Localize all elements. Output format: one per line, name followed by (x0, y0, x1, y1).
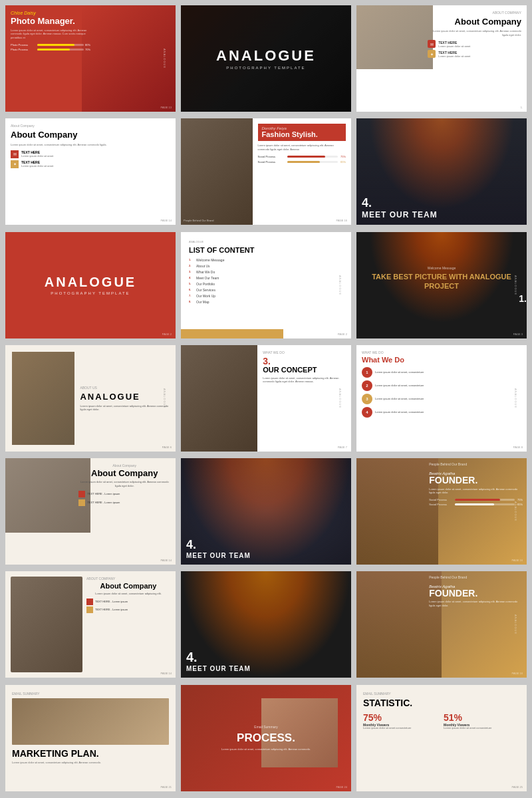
item-number-2: 2 (362, 380, 372, 391)
slide-title: LIST OF CONTENT (189, 246, 343, 254)
feature1-text: Lorem ipsum dolor sit amet (21, 154, 53, 158)
slide-image (12, 698, 169, 745)
page-number: PAGE 16 (512, 559, 523, 562)
page-number: PAGE 3 (513, 332, 523, 336)
slide-title: What We Do (362, 356, 521, 364)
brand-label: ANALOGUE (189, 240, 343, 243)
person-title: Fashion Stylish. (262, 130, 342, 138)
slide-title: PROCESS. (221, 732, 311, 745)
list-item: Welcome Message (196, 258, 224, 262)
slide-title: MEET OUR TEAM (186, 665, 251, 672)
slide-analogue-red: ANALOGUE PHOTOGRAPHY TEMPLATE PAGE 2 (5, 232, 176, 338)
item-text-3: Lorem ipsum dolor sit amet, consectetuer (375, 397, 424, 400)
stat1-percent: 75% (363, 712, 440, 723)
list-item: Our Services (196, 288, 215, 292)
slide-marketing-plan: Email Summary MARKETING PLAN. Lorem ipsu… (5, 685, 176, 791)
feature2-text: Lorem ipsum dolor sit amet (21, 164, 53, 168)
feature2-text: TEXT HERE - Lorem ipsum (87, 501, 120, 504)
item-number-3: 3 (362, 394, 372, 404)
vertical-brand: ANALOGUE (338, 275, 341, 295)
slide-number: 3. (263, 356, 346, 366)
slide-number: 4. (186, 538, 251, 552)
page-number: PAGE 13 (161, 106, 172, 109)
feature1-text: TEXT HERE - Lorem ipsum (87, 492, 120, 495)
feature2-text: Lorem ipsum dolor sit amet (438, 55, 470, 58)
slide-desc: Lorem ipsum dolor sit amet, consectetuer… (429, 600, 523, 606)
page-number: PAGE 7 (338, 446, 347, 449)
slide-title: Photo Manager. (11, 17, 90, 26)
brand-title: ANALOGUE (216, 47, 316, 65)
slide-what-we-do: What We Do What We Do 1 Lorem ipsum dolo… (356, 345, 527, 452)
slide-meet-team-2: 4. MEET OUR TEAM (181, 458, 351, 565)
slide-desc: Lorem ipsum dolor sit amet, consectetuer… (221, 747, 311, 751)
page-number: PAGE 6 (162, 446, 172, 449)
slide-title: MARKETING PLAN. (12, 749, 169, 759)
slide-process: Email Summary PROCESS. Lorem ipsum dolor… (181, 685, 351, 791)
slide-meet-team-3: 4. MEET OUR TEAM (181, 571, 351, 678)
vertical-brand: ANALOGUE (513, 614, 517, 634)
slide-header: Welcome Message (356, 266, 527, 270)
slide-desc: Lorem ipsum dolor sit amet, consectetuer… (263, 376, 346, 383)
vertical-brand: ANALOGUE (338, 388, 341, 408)
slide-fashion-stylish: People Behind Our Brand Dorothy Feiya Fa… (181, 118, 351, 225)
page-number: PAGE 16 (336, 219, 347, 222)
list-item: Our Portfolio (196, 282, 215, 286)
slide-header: People Behind Our Brand (429, 462, 523, 466)
feature1: TEXT HERE - Lorem ipsum (95, 600, 128, 603)
page-number: PAGE 16 (512, 672, 523, 675)
slide-founder-beatrix: People Behind Our Brand Beatrix Agatha F… (356, 458, 527, 565)
vertical-brand: ANALOGUE (162, 388, 166, 408)
item-text-2: Lorem ipsum dolor sit amet, consectetuer (375, 384, 424, 387)
stat2-desc: Lorem ipsum dolor sit amet consectetuer (444, 727, 520, 730)
item-text-1: Lorem ipsum dolor sit amet, consectetuer (375, 370, 424, 374)
slide-about-company-3: About Company About Company Lorem ipsum … (5, 458, 176, 565)
stat2-percent: 51% (444, 712, 520, 723)
slide-header: What We Do (362, 350, 521, 354)
slide-list-content: ANALOGUE LIST OF CONTENT 1.Welcome Messa… (181, 232, 351, 338)
slide-header: About Company (78, 464, 170, 467)
page-number: PAGE 8 (513, 446, 523, 449)
list-item: About Us (196, 264, 210, 268)
slide-analogue-hero: ANALOGUE PHOTOGRAPHY TEMPLATE (181, 5, 351, 112)
slide-title: About Company (78, 469, 170, 478)
brand-title: ANALOGUE (45, 275, 136, 290)
slide-desc: Lorem ipsum dolor sit amet, consectetuer… (258, 144, 346, 150)
page-number: PAGE 2 (162, 332, 172, 336)
item-number-4: 4 (362, 407, 372, 418)
slide-welcome-message: Welcome Message TAKE BEST PICTURE WITH A… (356, 232, 527, 338)
feature1-text: Lorem ipsum dolor sit amet (438, 45, 470, 48)
slide-header: What We Do (263, 350, 346, 354)
slide-about-company-4: About Company About Company Lorem ipsum … (5, 571, 176, 678)
page-number: PAGE 25 (512, 785, 523, 789)
slide-tag: People Behind Our Brand (429, 575, 523, 579)
slide-header: About Company (428, 11, 521, 15)
page-number: PAGE 2 (338, 332, 347, 336)
slide-desc: Lorem ipsum dolor sit amet, consectetuer… (86, 592, 170, 595)
bar2-label: Social Process (429, 503, 452, 506)
slide-number: 4. (362, 196, 438, 210)
slide-statistic: Email Summary STATISTIC. 75% Monthly Vie… (356, 685, 527, 791)
vertical-brand: ANALOGUE (513, 388, 517, 408)
slide-title: MEET OUR TEAM (186, 552, 251, 559)
slide-title: About Company (86, 582, 170, 590)
item-number-1: 1 (362, 367, 372, 378)
page-number: PAGE 21 (161, 785, 172, 789)
brand-label: ANALOGUE (162, 49, 166, 68)
bar-label-1: Photo Process (11, 43, 37, 47)
slide-title: MEET OUR TEAM (362, 210, 438, 219)
feature2: TEXT HERE - Lorem ipsum (95, 608, 128, 611)
slide-title: OUR CONCEPT (263, 366, 346, 374)
slide-analogue-about: About Us ANALOGUE Lorem ipsum dolor sit … (5, 345, 176, 452)
template-subtitle: PHOTOGRAPHY TEMPLATE (216, 66, 316, 70)
slide-number: 1. (356, 293, 527, 304)
slide-desc: Lorem ipsum dolor sit amet, consectetuer… (11, 143, 170, 146)
slide-header: Email Summary (363, 692, 520, 696)
bar1-label: Social Process (429, 498, 452, 501)
list-item: Meet Our Team (196, 276, 219, 280)
vertical-brand: ANALOGUE (513, 501, 517, 521)
bar1-label: Social Process (258, 155, 285, 158)
person-title: FOUNDER. (429, 589, 523, 598)
item-text-4: Lorem ipsum dolor sit amet, consectetuer (375, 410, 424, 414)
slide-about-company-1: About Company About Company Lorem ipsum … (356, 5, 527, 112)
bar-label-2: Photo Process (11, 48, 37, 51)
